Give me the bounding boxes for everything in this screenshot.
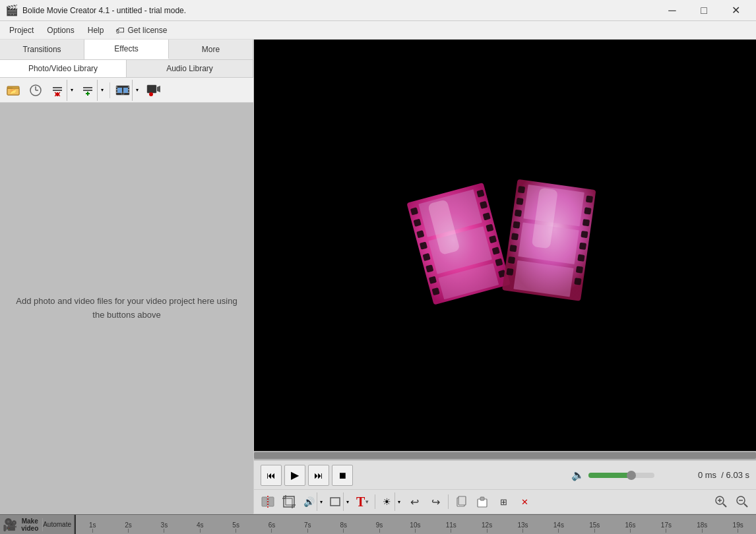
recent-button[interactable] — [25, 80, 46, 101]
edit-separator-2 — [448, 494, 449, 509]
remove-icon — [48, 80, 67, 101]
license-icon: 🏷 — [115, 25, 125, 36]
zoom-in-icon — [714, 495, 728, 508]
make-video-label[interactable]: Make video — [17, 518, 42, 532]
text-dropdown[interactable]: T ▾ — [353, 492, 372, 511]
volume-slider[interactable] — [588, 473, 654, 478]
tab-audio-library[interactable]: Audio Library — [127, 60, 253, 77]
svg-rect-62 — [582, 219, 589, 226]
menu-options[interactable]: Options — [40, 23, 80, 38]
make-video-button[interactable]: 🎥 — [3, 518, 17, 532]
edit-separator-1 — [375, 494, 375, 509]
ruler-tick: 1s — [75, 521, 110, 533]
automate-label[interactable]: Automate — [43, 521, 71, 528]
minimize-button[interactable]: ─ — [657, 0, 687, 21]
text-dropdown-arrow: ▾ — [365, 498, 369, 505]
audio-adjust-dropdown[interactable]: 🔊 ▾ — [300, 492, 325, 511]
svg-marker-28 — [157, 86, 160, 92]
close-button[interactable]: ✕ — [720, 0, 751, 21]
step-back-button[interactable]: ⏮ — [261, 465, 282, 486]
tab-more[interactable]: More — [169, 40, 253, 59]
filmstrip-icon — [113, 80, 132, 101]
svg-rect-76 — [286, 498, 292, 505]
svg-rect-67 — [574, 278, 581, 285]
ruler-tick: 13s — [505, 521, 540, 533]
aspect-dropdown[interactable]: ▾ — [327, 492, 352, 511]
app-icon: 🎬 — [5, 4, 18, 16]
menu-help[interactable]: Help — [81, 23, 111, 38]
multitrack-button[interactable]: ⊞ — [493, 492, 513, 511]
ruler-tick: 14s — [541, 521, 577, 533]
add-icon — [79, 80, 97, 101]
open-button[interactable]: 📂 — [3, 80, 24, 101]
recent-icon — [29, 84, 42, 97]
filmstrip-dropdown-arrow: ▾ — [132, 80, 141, 101]
copy-button[interactable] — [451, 492, 471, 511]
ruler-tick: 12s — [469, 521, 505, 533]
color-dropdown[interactable]: ☀ ▾ — [378, 492, 403, 511]
menu-license[interactable]: 🏷 Get license — [110, 22, 172, 38]
make-video-area: 🎥 Make video Automate — [0, 515, 75, 534]
svg-rect-72 — [262, 497, 267, 506]
play-button[interactable]: ▶ — [284, 465, 305, 486]
zoom-out-button[interactable] — [732, 492, 752, 511]
svg-rect-18 — [117, 88, 122, 93]
filmstrip-dropdown[interactable]: ▾ — [113, 80, 142, 101]
remove-dropdown[interactable]: ▾ — [47, 80, 77, 101]
zoom-in-button[interactable] — [711, 492, 731, 511]
playhead — [75, 515, 76, 534]
ruler-tick: 9s — [362, 521, 397, 533]
copy-icon — [455, 495, 468, 508]
ruler-ticks: 1s2s3s4s5s6s7s8s9s10s11s12s13s14s15s16s1… — [75, 515, 756, 534]
ruler-tick: 8s — [326, 521, 362, 533]
make-video-icon: 🎥 — [3, 518, 17, 532]
maximize-button[interactable]: □ — [689, 0, 719, 21]
menu-project[interactable]: Project — [3, 23, 40, 38]
ruler-tick: 15s — [577, 521, 612, 533]
step-forward-button[interactable]: ⏭ — [308, 465, 329, 486]
svg-rect-59 — [506, 268, 513, 276]
color-icon: ☀ — [379, 492, 394, 511]
svg-rect-65 — [577, 254, 584, 262]
license-label: Get license — [127, 26, 167, 35]
preview-scrollbar[interactable] — [254, 451, 756, 460]
timeline-ruler: 1s2s3s4s5s6s7s8s9s10s11s12s13s14s15s16s1… — [75, 515, 756, 534]
ruler-tick: 6s — [254, 521, 290, 533]
svg-rect-81 — [331, 498, 340, 506]
svg-rect-60 — [585, 195, 592, 202]
toolbar-separator — [110, 82, 110, 98]
svg-text:📂: 📂 — [10, 88, 16, 94]
timeline-container: 🎥 Make video Automate 1s2s3s4s5s6s7s8s9s… — [0, 514, 756, 534]
tab-transitions[interactable]: Transitions — [0, 40, 84, 59]
svg-rect-56 — [511, 233, 518, 240]
audio-dropdown-arrow: ▾ — [317, 492, 325, 511]
add-dropdown-arrow: ▾ — [97, 80, 106, 101]
ruler-tick: 11s — [433, 521, 469, 533]
split-button[interactable] — [258, 492, 278, 511]
preview-scrollbar-thumb[interactable] — [254, 452, 756, 459]
tab-photo-video-library[interactable]: Photo/Video Library — [0, 60, 127, 77]
undo-button[interactable]: ↩ — [404, 492, 424, 511]
delete-clip-button[interactable]: ✕ — [515, 492, 534, 511]
redo-button[interactable]: ↪ — [425, 492, 445, 511]
tab-effects[interactable]: Effects — [84, 40, 169, 59]
svg-rect-21 — [116, 89, 117, 90]
ruler-tick: 7s — [290, 521, 325, 533]
svg-rect-25 — [128, 92, 129, 93]
aspect-dropdown-arrow: ▾ — [343, 492, 351, 511]
aspect-icon — [327, 492, 343, 511]
color-dropdown-arrow: ▾ — [394, 492, 402, 511]
svg-rect-85 — [480, 497, 484, 500]
svg-rect-22 — [116, 92, 117, 93]
ruler-tick: 2s — [110, 521, 146, 533]
ruler-tick: 17s — [648, 521, 684, 533]
stop-button[interactable]: ⏹ — [332, 465, 353, 486]
crop-button[interactable] — [279, 492, 299, 511]
ruler-tick: 18s — [684, 521, 720, 533]
svg-rect-73 — [268, 497, 274, 506]
open-icon: 📂 — [7, 84, 20, 97]
record-button[interactable] — [143, 80, 164, 101]
paste-button[interactable] — [472, 492, 492, 511]
add-dropdown[interactable]: ▾ — [78, 80, 107, 101]
svg-line-91 — [744, 504, 747, 507]
